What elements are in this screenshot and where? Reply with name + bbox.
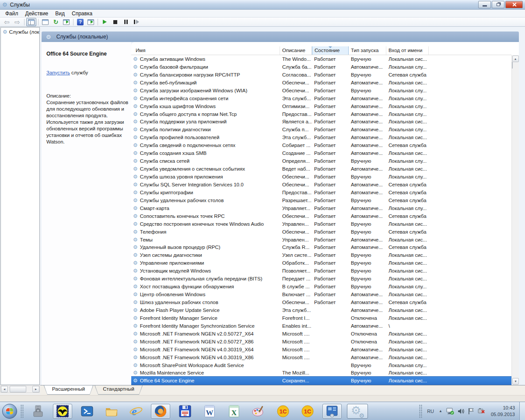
pause-service-button[interactable]	[121, 18, 131, 26]
menu-view[interactable]: Вид	[52, 10, 68, 17]
table-row[interactable]: ⚙Служба кэша шрифтов WindowsОптимизи...Р…	[131, 102, 511, 110]
language-indicator[interactable]: RU	[427, 409, 434, 414]
scroll-down-button[interactable]: ▾	[512, 378, 519, 385]
menu-file[interactable]: Файл	[2, 10, 22, 17]
taskbar-excel-button[interactable]: X	[224, 404, 244, 419]
taskbar-remote-desktop-button[interactable]	[322, 404, 342, 419]
table-row[interactable]: ⚙Шлюз удаленных рабочих столовОбеспечи..…	[131, 298, 511, 306]
table-row[interactable]: ⚙Служба активации WindowsThe Windo...Раб…	[131, 55, 511, 63]
taskbar-services-button[interactable]: ⚙⚙	[347, 404, 368, 419]
close-button[interactable]	[505, 1, 523, 8]
table-row[interactable]: ⚙Хост поставщика функции обнаруженияВ сл…	[131, 283, 511, 290]
table-row[interactable]: ⚙Служба интерфейса сохранения сетиЭта сл…	[131, 94, 511, 102]
table-row[interactable]: ⚙Сопоставитель конечных точек RPCОбеспеч…	[131, 212, 511, 220]
menu-help[interactable]: Справка	[68, 10, 96, 17]
column-header-description[interactable]: Описание	[280, 46, 312, 55]
taskbar-grip[interactable]	[21, 405, 24, 418]
taskbar-powershell-button[interactable]	[77, 404, 97, 419]
start-service-button[interactable]	[100, 18, 110, 26]
column-header-startup-type[interactable]: Тип запуска	[349, 46, 386, 55]
column-header-logon-as[interactable]: Вход от имени	[386, 46, 429, 55]
table-row[interactable]: ⚙Служба списка сетейОпределя...РаботаетВ…	[131, 157, 511, 165]
table-row[interactable]: ⚙Фоновая интеллектуальная служба передач…	[131, 275, 511, 283]
scroll-left-button[interactable]: ◂	[1, 386, 8, 392]
table-row[interactable]: ⚙ТемыУправлен...РаботаетАвтоматиче...Лок…	[131, 236, 511, 244]
table-row[interactable]: ⚙Служба профилей пользователейЭта служб.…	[131, 133, 511, 141]
tree-root-services[interactable]: ⚙ Службы (лок	[1, 28, 39, 35]
table-row[interactable]: ⚙Служба уведомления о системных событиях…	[131, 165, 511, 173]
show-hidden-icons-button[interactable]: ▲	[439, 409, 442, 413]
start-button[interactable]	[2, 404, 17, 419]
taskbar-1c-button[interactable]: 1С	[273, 404, 293, 419]
tree-horizontal-scrollbar[interactable]: ◂ ▸	[0, 385, 40, 393]
table-row[interactable]: ⚙Служба сведений о подключенных сетяхСоб…	[131, 141, 511, 149]
table-row[interactable]: ⚙Управление приложениямиОбработк...Работ…	[131, 259, 511, 267]
tray-grip[interactable]	[419, 405, 423, 418]
table-row[interactable]: ⚙Служба создания хэша SMBСоздание ...Раб…	[131, 149, 511, 157]
table-row[interactable]: ⚙Средство построения конечных точек Wind…	[131, 220, 511, 228]
menu-action[interactable]: Действие	[22, 10, 52, 17]
table-row[interactable]: ⚙Служба поддержки узла приложенийЯвляетс…	[131, 118, 511, 126]
table-row[interactable]: ⚙Служба шлюза уровня приложенияОбеспечи.…	[131, 173, 511, 181]
column-header-name[interactable]: Имя	[131, 46, 280, 55]
taskbar-explorer-button[interactable]	[102, 404, 121, 419]
show-desktop-button[interactable]	[519, 402, 525, 420]
table-row[interactable]: ⚙Службы криптографииПредостав...Работает…	[131, 189, 511, 196]
safely-remove-device-icon[interactable]	[478, 408, 486, 415]
table-row[interactable]: ⚙Mozilla Maintenance ServiceThe Mozill..…	[131, 369, 511, 377]
table-row[interactable]: ⚙Удаленный вызов процедур (RPC)Служба R.…	[131, 244, 511, 252]
table-row[interactable]: ⚙Служба политики диагностикиСлужба п...Р…	[131, 126, 511, 133]
table-row[interactable]: ⚙Служба базовой фильтрацииСлужба ба...Ра…	[131, 63, 511, 71]
show-console-tree-button[interactable]	[26, 18, 36, 26]
scroll-right-button[interactable]: ▸	[32, 386, 39, 392]
table-row[interactable]: ⚙ТелефонияОбеспечи...РаботаетВручнуюСете…	[131, 228, 511, 236]
column-header-status[interactable]: Состояние	[312, 46, 349, 55]
restore-button[interactable]	[492, 1, 504, 8]
table-row[interactable]: ⚙Adobe Flash Player Update ServiceЭта сл…	[131, 306, 511, 314]
minimize-button[interactable]	[478, 1, 491, 8]
tab-extended[interactable]: Расширенный	[44, 385, 93, 395]
help-button[interactable]: ?	[75, 18, 85, 26]
scroll-thumb[interactable]	[10, 386, 26, 392]
title-bar[interactable]: ⚙ Службы	[0, 0, 525, 10]
stop-service-button[interactable]	[110, 18, 120, 26]
table-row[interactable]: ⚙Microsoft .NET Framework NGEN v4.0.3031…	[131, 354, 511, 361]
refresh-button[interactable]: ↻	[51, 18, 61, 26]
table-row[interactable]: ⚙Служба общего доступа к портам Net.TcpП…	[131, 110, 511, 118]
tab-standard[interactable]: Стандартный	[94, 385, 143, 395]
taskbar-firefox-button[interactable]	[151, 404, 170, 419]
extended-view-button[interactable]	[86, 18, 96, 26]
volume-tray-icon[interactable]	[458, 408, 465, 415]
table-row[interactable]: ⚙Центр обновления WindowsВключает ...Раб…	[131, 290, 511, 298]
network-tray-icon[interactable]	[446, 408, 454, 415]
table-row[interactable]: ⚙Служба загрузки изображений Windows (WI…	[131, 87, 511, 94]
table-row[interactable]: ⚙Microsoft .NET Framework NGEN v2.0.5072…	[131, 330, 511, 338]
forward-button[interactable]: ⇨	[12, 18, 22, 26]
taskbar-word-button[interactable]: W	[200, 404, 219, 419]
table-row[interactable]: ⚙Microsoft SharePoint Workspace Audit Se…	[131, 361, 511, 369]
taskbar-admin-tools-button[interactable]	[28, 404, 48, 419]
taskbar-the-bat-button[interactable]	[53, 404, 72, 419]
taskbar-1c-button[interactable]: 1С	[298, 404, 317, 419]
start-service-link[interactable]: Запустить	[46, 70, 70, 75]
action-center-flag-icon[interactable]	[468, 408, 474, 415]
table-row[interactable]: ⚙Microsoft .NET Framework NGEN v4.0.3031…	[131, 346, 511, 354]
table-row[interactable]: ⚙Смарт-картаУправляет...РаботаетАвтомати…	[131, 204, 511, 212]
restart-service-button[interactable]	[131, 18, 141, 26]
table-row[interactable]: ⚙Microsoft .NET Framework NGEN v2.0.5072…	[131, 338, 511, 346]
export-list-button[interactable]	[61, 18, 71, 26]
table-row[interactable]: ⚙Служба веб-публикацийОбеспечи...Работае…	[131, 79, 511, 87]
table-row[interactable]: ⚙Установщик модулей WindowsПозволяет...Р…	[131, 267, 511, 275]
table-row[interactable]: ⚙Forefront Identity Manager Synchronizat…	[131, 322, 511, 330]
back-button[interactable]: ⇦	[2, 18, 12, 26]
scroll-up-button[interactable]: ▴	[512, 56, 519, 62]
table-row[interactable]: ⚙Служба балансировки нагрузки RPC/HTTPСо…	[131, 71, 511, 79]
list-vertical-scrollbar[interactable]: ▴ ▾	[511, 55, 519, 385]
taskbar-paint-button[interactable]	[249, 404, 268, 419]
taskbar-internet-explorer-button[interactable]: e	[126, 404, 146, 419]
table-row[interactable]: ⚙Узел системы диагностикиУзел систе...Ра…	[131, 251, 511, 259]
tray-clock[interactable]: 10:43 05.09.2013	[491, 405, 515, 418]
table-row[interactable]: ⚙Службы SQL Server Integration Services …	[131, 181, 511, 189]
taskbar-floppy-64-button[interactable]: 64	[175, 404, 195, 419]
properties-button[interactable]	[40, 18, 50, 26]
